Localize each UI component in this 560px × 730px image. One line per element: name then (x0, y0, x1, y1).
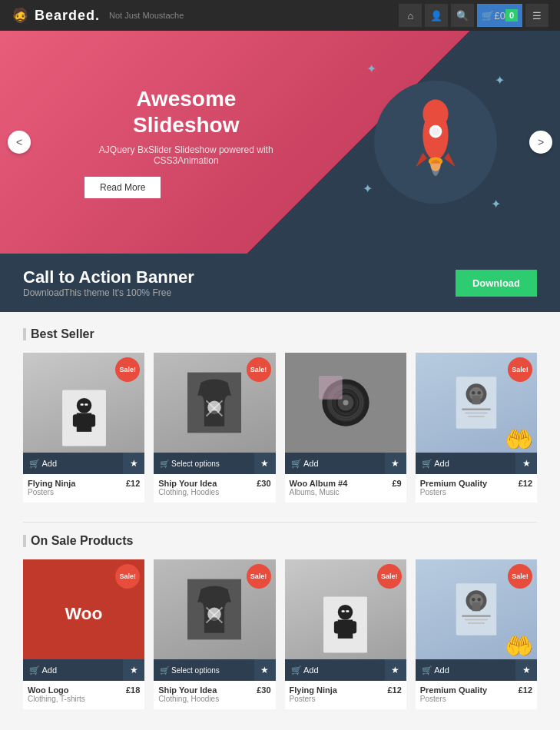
product-info: £12 Premium Quality Posters (416, 681, 537, 709)
product-price: £30 (257, 479, 270, 488)
product-card: Sale! 🛒 Add ★ (23, 353, 144, 503)
product-image-wrap: Sale! (154, 353, 275, 453)
cta-text: Call to Action Banner DownloadThis theme… (23, 267, 194, 298)
svg-rect-37 (465, 413, 488, 414)
product-actions: 🛒 Add ★ (23, 453, 144, 474)
add-to-cart-btn[interactable]: 🛒 Select options (154, 455, 253, 473)
product-info: £18 Woo Logo Clothing, T-shirts (23, 681, 144, 709)
tagline: Not Just Moustache (109, 11, 184, 20)
wishlist-btn[interactable]: ★ (515, 659, 537, 681)
product-name: Ship Your Idea (158, 685, 270, 695)
sale-badge: Sale! (508, 357, 532, 382)
search-icon-btn[interactable]: 🔍 (451, 4, 474, 27)
product-category: Posters (28, 488, 140, 496)
svg-marker-5 (444, 153, 456, 167)
rocket-svg (397, 96, 474, 188)
product-card: Sale! 🛒 Select options ★ (154, 559, 275, 709)
product-category: Clothing, Hoodies (158, 695, 270, 703)
hero-title: AwesomeSlideshow (61, 86, 311, 138)
menu-icon-btn[interactable]: ☰ (525, 4, 548, 27)
hero-slideshow: < AwesomeSlideshow AJQuery BxSlider Slid… (0, 31, 560, 254)
cta-download-btn[interactable]: Download (456, 270, 537, 297)
product-actions: 🛒 Select options ★ (154, 453, 275, 474)
wishlist-btn[interactable]: ★ (254, 453, 276, 474)
carousel-next-btn[interactable]: > (529, 131, 552, 154)
svg-point-34 (472, 391, 476, 395)
add-to-cart-btn[interactable]: 🛒 Add (416, 661, 515, 680)
svg-rect-52 (346, 610, 349, 612)
svg-rect-60 (465, 619, 488, 621)
rocket-circle (374, 81, 497, 204)
product-category: Albums, Music (290, 488, 402, 496)
svg-rect-36 (462, 409, 491, 410)
section-bar (23, 328, 26, 340)
product-category: Clothing, T-shirts (28, 695, 140, 703)
add-to-cart-btn[interactable]: 🛒 Add (285, 661, 385, 680)
svg-rect-56 (472, 602, 481, 611)
hero-subtitle: AJQuery BxSlider Slideshow powered withC… (61, 144, 311, 166)
product-price: £18 (126, 685, 140, 695)
product-price: £12 (519, 479, 532, 488)
product-card: Sale! 🤲 (416, 353, 537, 503)
cart-icon: 🛒 (482, 10, 494, 22)
svg-point-3 (431, 128, 439, 136)
product-price: £9 (393, 479, 402, 488)
product-image-wrap: Sale! (154, 559, 275, 659)
logo-text: Bearded. (35, 8, 100, 24)
sale-badge: Sale! (247, 564, 271, 589)
product-category: Posters (290, 695, 402, 703)
wishlist-btn[interactable]: ★ (123, 453, 144, 474)
wishlist-btn[interactable]: ★ (123, 659, 144, 681)
best-seller-title: Best Seller (31, 327, 94, 341)
best-seller-grid: Sale! 🛒 Add ★ (23, 353, 537, 503)
product-category: Posters (420, 488, 532, 496)
wishlist-btn[interactable]: ★ (385, 453, 406, 474)
svg-point-58 (477, 598, 481, 602)
add-to-cart-btn[interactable]: 🛒 Add (285, 454, 385, 473)
main-content: Best Seller Sale! (0, 312, 560, 730)
product-name: Flying Ninja (290, 685, 402, 695)
add-to-cart-btn[interactable]: 🛒 Add (23, 454, 123, 473)
logo-area: 🧔 Bearded. Not Just Moustache (12, 7, 184, 24)
star-decoration-2: ✦ (495, 73, 505, 88)
product-actions: 🛒 Add ★ (23, 659, 144, 681)
svg-rect-14 (84, 403, 88, 405)
on-sale-header: On Sale Products (23, 534, 537, 548)
home-icon-btn[interactable]: ⌂ (399, 4, 422, 27)
product-card: 🛒 Add ★ £9 Woo Album #4 Albums, Music (285, 353, 406, 503)
product-name: Premium Quality (420, 479, 532, 488)
wishlist-btn[interactable]: ★ (385, 659, 406, 681)
on-sale-grid: Sale! Woo 🛒 Add ★ £18 Woo Logo Clothing,… (23, 559, 537, 709)
add-to-cart-btn[interactable]: 🛒 Select options (154, 662, 253, 679)
product-image-wrap: Sale! Woo (23, 559, 144, 659)
cart-count: 0 (505, 9, 518, 22)
product-name: Ship Your Idea (158, 479, 270, 488)
product-actions: 🛒 Add ★ (285, 659, 406, 681)
sale-badge: Sale! (247, 357, 271, 382)
cta-title: Call to Action Banner (23, 267, 194, 287)
hero-read-more-btn[interactable]: Read More (84, 177, 161, 198)
sale-badge: Sale! (115, 564, 140, 589)
svg-text:Woo: Woo (65, 603, 103, 623)
on-sale-title: On Sale Products (31, 534, 133, 548)
add-to-cart-btn[interactable]: 🛒 Add (23, 661, 123, 680)
wishlist-btn[interactable]: ★ (254, 659, 276, 681)
svg-rect-59 (462, 616, 491, 617)
header: 🧔 Bearded. Not Just Moustache ⌂ 👤 🔍 🛒 £0… (0, 0, 560, 31)
svg-point-35 (477, 391, 481, 395)
star-decoration-4: ✦ (491, 197, 501, 211)
svg-point-57 (472, 598, 476, 602)
svg-rect-33 (472, 396, 481, 404)
product-card: Sale! 🛒 Add ★ (285, 559, 406, 709)
user-icon-btn[interactable]: 👤 (425, 4, 448, 27)
svg-rect-13 (80, 403, 83, 405)
svg-rect-51 (342, 610, 345, 612)
product-info: £12 Premium Quality Posters (416, 474, 537, 503)
carousel-prev-btn[interactable]: < (8, 131, 31, 154)
add-to-cart-btn[interactable]: 🛒 Add (416, 454, 515, 473)
product-info: £9 Woo Album #4 Albums, Music (285, 474, 406, 503)
wishlist-btn[interactable]: ★ (515, 453, 537, 474)
cart-icon-btn[interactable]: 🛒 £0 0 (477, 4, 522, 27)
star-decoration: ✦ (366, 61, 376, 76)
best-seller-header: Best Seller (23, 327, 537, 341)
